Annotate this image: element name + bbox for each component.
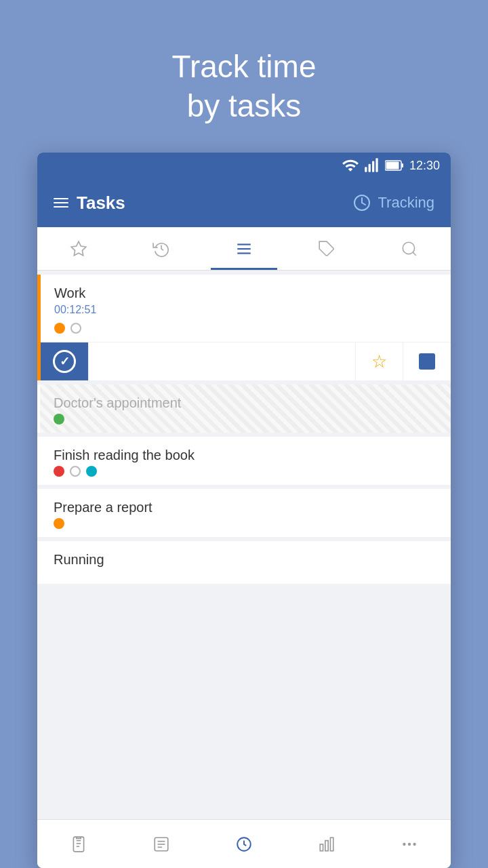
tag-tab-icon xyxy=(318,240,336,258)
wifi-icon xyxy=(342,157,359,174)
svg-line-19 xyxy=(413,252,416,256)
task-square-button[interactable] xyxy=(403,342,451,380)
task-name-book: Finish reading the book xyxy=(54,448,437,463)
tasks-tab-header[interactable]: Tasks xyxy=(54,193,353,214)
phone-shell: 12:30 Tasks Tracking xyxy=(37,153,451,868)
dot-gray xyxy=(70,323,81,334)
svg-rect-3 xyxy=(375,158,378,172)
task-dots-book xyxy=(54,466,437,477)
tracking-label: Tracking xyxy=(378,194,434,212)
bottom-nav xyxy=(37,819,451,868)
svg-rect-6 xyxy=(401,163,403,167)
svg-rect-20 xyxy=(73,837,83,852)
task-dots-doctor xyxy=(54,414,437,425)
dot-orange2 xyxy=(54,518,64,529)
more-icon xyxy=(401,835,418,853)
hamburger-icon[interactable] xyxy=(54,198,68,208)
dot-orange xyxy=(54,323,65,334)
bar-chart-icon xyxy=(318,835,336,853)
dot-green xyxy=(54,414,64,425)
svg-rect-1 xyxy=(369,164,371,172)
signal-icon xyxy=(363,157,381,174)
search-tab-icon xyxy=(401,240,418,258)
history-tab-icon xyxy=(152,240,170,258)
star-tab-icon xyxy=(70,240,87,258)
task-name-doctor: Doctor's appointment xyxy=(54,395,437,411)
task-item-running[interactable]: Running xyxy=(37,541,451,584)
task-check-button[interactable] xyxy=(41,342,88,380)
nav-item-tasks[interactable] xyxy=(37,820,120,868)
dot-red xyxy=(54,466,64,477)
clock-icon xyxy=(353,194,371,212)
task-star-button[interactable]: ☆ xyxy=(356,342,403,380)
svg-point-34 xyxy=(413,842,415,845)
square-icon xyxy=(419,353,435,370)
notes-icon xyxy=(152,835,170,853)
dot-gray2 xyxy=(70,466,81,477)
status-time: 12:30 xyxy=(409,159,440,173)
svg-rect-31 xyxy=(330,837,333,851)
task-item-doctor[interactable]: Doctor's appointment xyxy=(37,384,451,433)
svg-rect-5 xyxy=(386,162,399,170)
hero-text: Track time by tasks xyxy=(172,47,317,125)
svg-line-9 xyxy=(362,203,365,205)
tab-history[interactable] xyxy=(120,227,203,270)
nav-item-more[interactable] xyxy=(368,820,451,868)
svg-rect-30 xyxy=(325,840,328,850)
svg-rect-0 xyxy=(365,167,367,172)
task-item-report[interactable]: Prepare a report xyxy=(37,489,451,537)
task-dots-work xyxy=(54,323,437,334)
task-timer-work: 00:12:51 xyxy=(54,304,437,316)
task-action-row: ☆ xyxy=(41,342,451,380)
tab-search[interactable] xyxy=(368,227,451,270)
nav-item-stats[interactable] xyxy=(285,820,368,868)
task-dots-report xyxy=(54,518,437,529)
svg-rect-29 xyxy=(320,844,323,851)
task-name-report: Prepare a report xyxy=(54,500,437,515)
svg-rect-2 xyxy=(372,161,374,172)
task-item-book[interactable]: Finish reading the book xyxy=(37,437,451,485)
list-tab-icon xyxy=(235,240,253,258)
tab-tag[interactable] xyxy=(285,227,368,270)
task-name-running: Running xyxy=(54,552,437,568)
task-input-area[interactable] xyxy=(88,342,356,380)
status-icons xyxy=(342,157,404,174)
tasks-label: Tasks xyxy=(77,193,125,214)
status-bar: 12:30 xyxy=(37,153,451,178)
svg-line-12 xyxy=(161,249,163,250)
dot-teal xyxy=(86,466,97,477)
svg-marker-10 xyxy=(71,241,86,256)
clipboard-icon xyxy=(70,835,87,853)
app-header: Tasks Tracking xyxy=(37,178,451,227)
nav-item-notes[interactable] xyxy=(120,820,203,868)
tab-list[interactable] xyxy=(203,227,285,270)
task-item-work[interactable]: Work 00:12:51 ☆ xyxy=(37,275,451,380)
battery-icon xyxy=(385,159,404,172)
task-name-work: Work xyxy=(54,285,437,301)
star-outline-icon: ☆ xyxy=(371,351,387,372)
nav-item-timer[interactable] xyxy=(203,820,285,868)
svg-point-18 xyxy=(403,242,414,254)
svg-point-32 xyxy=(403,842,405,845)
clock-nav-icon xyxy=(235,835,253,853)
tracking-tab-header[interactable]: Tracking xyxy=(353,194,434,212)
tab-star[interactable] xyxy=(37,227,120,270)
svg-point-33 xyxy=(408,842,411,845)
task-list: Work 00:12:51 ☆ xyxy=(37,271,451,819)
tab-bar xyxy=(37,227,451,271)
check-circle-icon xyxy=(53,350,76,373)
